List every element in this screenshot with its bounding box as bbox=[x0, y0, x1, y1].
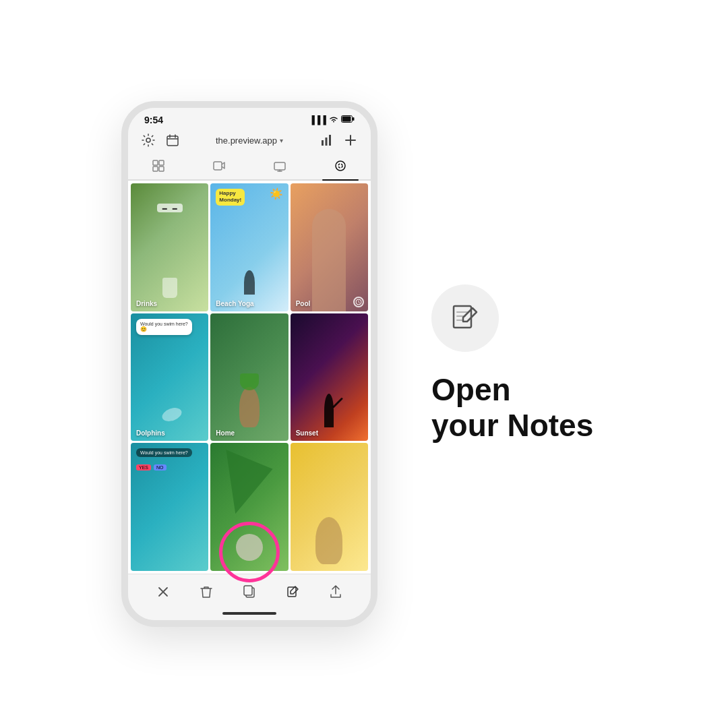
beach-yoga-label: Beach Yoga bbox=[216, 300, 253, 307]
copy-button[interactable] bbox=[239, 581, 260, 603]
edit-notes-button[interactable] bbox=[282, 581, 303, 603]
svg-rect-1 bbox=[342, 117, 351, 122]
grid-cell-drinks[interactable]: ▬▬ Drinks bbox=[131, 183, 208, 311]
grid-cell-sunset[interactable]: Sunset bbox=[291, 313, 368, 442]
heading-line2: your Notes bbox=[431, 408, 593, 443]
status-icons: ▐▐▐ bbox=[309, 115, 355, 125]
dolphins-label: Dolphins bbox=[136, 429, 165, 437]
poll-text: Would you swim here? bbox=[140, 450, 188, 455]
settings-icon[interactable] bbox=[139, 131, 158, 150]
battery-icon bbox=[341, 115, 355, 125]
poll-sticker: Would you swim here? bbox=[136, 448, 192, 457]
heading-line1: Open bbox=[431, 372, 511, 407]
svg-rect-7 bbox=[329, 135, 331, 146]
svg-rect-4 bbox=[167, 136, 178, 146]
poll-yes: YES bbox=[136, 464, 151, 471]
sunset-label: Sunset bbox=[296, 429, 318, 437]
svg-rect-2 bbox=[353, 117, 355, 121]
share-button[interactable] bbox=[325, 581, 346, 603]
plus-icon[interactable] bbox=[341, 131, 360, 150]
svg-rect-11 bbox=[159, 166, 164, 171]
svg-rect-9 bbox=[159, 160, 164, 165]
pool-label: Pool bbox=[296, 300, 311, 307]
chart-icon[interactable] bbox=[317, 131, 336, 150]
wifi-icon bbox=[329, 115, 338, 125]
bottom-action-bar bbox=[128, 574, 371, 607]
home-bar bbox=[222, 612, 276, 615]
notes-icon-circle bbox=[431, 284, 499, 352]
svg-rect-10 bbox=[153, 166, 158, 171]
grid-cell-pool[interactable]: Pool bbox=[291, 183, 368, 311]
grid-cell-dolphins[interactable]: Would you swim here?😊 Dolphins bbox=[131, 313, 208, 442]
svg-point-15 bbox=[338, 164, 342, 168]
url-chevron: ▾ bbox=[280, 137, 283, 144]
photo-grid-area: ▬▬ Drinks HappyMonday! ☀️ Beac bbox=[128, 181, 371, 574]
url-bar[interactable]: the.preview.app ▾ bbox=[187, 135, 311, 146]
svg-rect-8 bbox=[153, 160, 158, 165]
home-indicator bbox=[128, 607, 371, 620]
phone-mockup: 9:54 ▐▐▐ bbox=[121, 101, 377, 627]
signal-icon: ▐▐▐ bbox=[309, 115, 326, 125]
tab-grid[interactable] bbox=[128, 152, 189, 179]
grid-cell-underwater[interactable]: Would you swim here? YES NO bbox=[131, 443, 208, 571]
grid-cell-tropical[interactable] bbox=[210, 443, 288, 571]
calendar-icon[interactable] bbox=[163, 131, 182, 150]
grid-cell-sunflower[interactable] bbox=[291, 443, 368, 571]
svg-rect-12 bbox=[214, 162, 222, 170]
status-time: 9:54 bbox=[144, 115, 163, 125]
grid-cell-beach-yoga[interactable]: HappyMonday! ☀️ Beach Yoga bbox=[210, 183, 288, 311]
tab-circle[interactable] bbox=[310, 152, 371, 179]
svg-rect-13 bbox=[274, 162, 285, 170]
drinks-label: Drinks bbox=[136, 300, 157, 307]
status-bar: 9:54 ▐▐▐ bbox=[128, 108, 371, 128]
swim-question-sticker: Would you swim here?😊 bbox=[136, 319, 192, 335]
url-text: the.preview.app bbox=[216, 135, 277, 146]
sun-sticker: ☀️ bbox=[270, 187, 283, 200]
trash-button[interactable] bbox=[195, 581, 217, 603]
tab-video[interactable] bbox=[189, 152, 249, 179]
notes-edit-icon bbox=[450, 303, 481, 334]
svg-point-3 bbox=[146, 138, 150, 142]
right-panel: Open your Notes bbox=[377, 284, 674, 444]
clock-icon bbox=[353, 297, 364, 307]
tab-bar bbox=[128, 152, 371, 181]
scene: 9:54 ▐▐▐ bbox=[0, 0, 728, 728]
svg-rect-18 bbox=[244, 586, 252, 595]
close-button[interactable] bbox=[152, 581, 174, 603]
drinks-overlay: ▬▬ bbox=[157, 204, 183, 212]
poll-no: NO bbox=[154, 464, 166, 471]
tab-tv[interactable] bbox=[249, 152, 310, 179]
home-label: Home bbox=[216, 429, 235, 437]
photo-grid: ▬▬ Drinks HappyMonday! ☀️ Beac bbox=[131, 183, 368, 571]
open-notes-heading: Open your Notes bbox=[431, 372, 593, 444]
svg-rect-6 bbox=[326, 138, 328, 146]
grid-cell-home[interactable]: Home bbox=[210, 313, 288, 442]
svg-rect-5 bbox=[322, 140, 324, 146]
top-toolbar: the.preview.app ▾ bbox=[128, 128, 371, 152]
svg-point-14 bbox=[336, 161, 345, 171]
happy-monday-sticker: HappyMonday! bbox=[216, 189, 245, 206]
